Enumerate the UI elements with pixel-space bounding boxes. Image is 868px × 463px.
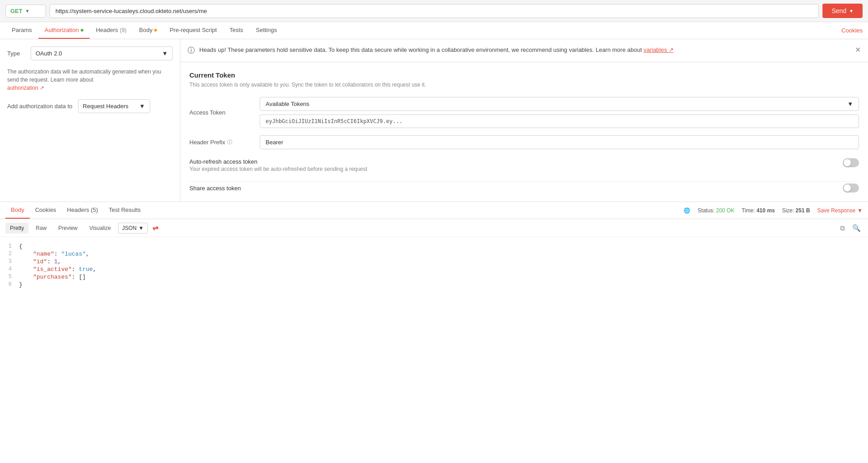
tab-headers-label: Headers: [96, 27, 118, 33]
tab-body[interactable]: Body: [133, 22, 164, 39]
alert-banner: ⓘ Heads up! These parameters hold sensit…: [180, 39, 868, 62]
tab-body-label: Body: [139, 27, 153, 33]
auto-refresh-toggle[interactable]: [843, 158, 859, 167]
tab-tests[interactable]: Tests: [223, 22, 249, 39]
access-token-controls: Available Tokens ▼ eyJhbGciOiJIUzI1NiIsI…: [260, 97, 859, 128]
format-visualize[interactable]: Visualize: [85, 223, 115, 234]
access-token-label: Access Token: [189, 109, 253, 116]
tab-params-label: Params: [12, 27, 32, 33]
add-auth-value: Request Headers: [83, 103, 129, 110]
add-auth-label: Add authorization data to: [7, 103, 73, 110]
search-button[interactable]: 🔍: [850, 222, 863, 234]
variables-link[interactable]: variables ↗: [643, 46, 674, 53]
response-tab-headers[interactable]: Headers (5): [62, 202, 104, 219]
language-chevron-icon: ▼: [138, 225, 144, 231]
type-chevron-icon: ▼: [162, 50, 168, 57]
method-label: GET: [10, 8, 23, 14]
upper-section: Type OAuth 2.0 ▼ The authorization data …: [0, 39, 868, 202]
current-token-subtitle: This access token is only available to y…: [189, 82, 859, 88]
status-value: 200 OK: [716, 207, 735, 214]
tab-authorization[interactable]: Authorization: [38, 22, 90, 39]
header-prefix-row: Header Prefix ⓘ: [189, 135, 859, 149]
save-response-button[interactable]: Save Response ▼: [817, 207, 863, 214]
auto-refresh-title: Auto-refresh access token: [189, 158, 836, 165]
save-response-chevron-icon: ▼: [857, 207, 863, 214]
auto-refresh-desc: Your expired access token will be auto-r…: [189, 166, 836, 172]
response-tab-body[interactable]: Body: [5, 202, 30, 219]
alert-text: Heads up! These parameters hold sensitiv…: [199, 46, 850, 55]
headers-count: (9): [120, 27, 127, 33]
add-auth-row: Add authorization data to Request Header…: [7, 99, 173, 113]
tab-prerequest-label: Pre-request Script: [170, 27, 217, 33]
tab-tests-label: Tests: [230, 27, 243, 33]
available-tokens-dropdown[interactable]: Available Tokens ▼: [260, 97, 859, 111]
code-actions: ⧉ 🔍: [838, 222, 863, 234]
globe-icon: 🌐: [684, 207, 690, 214]
auto-refresh-row: Auto-refresh access token Your expired a…: [189, 156, 859, 172]
cookies-link[interactable]: Cookies: [841, 27, 863, 34]
share-token-row: Share access token: [189, 181, 859, 193]
type-select[interactable]: OAuth 2.0 ▼: [31, 46, 173, 60]
size-value: 251 B: [795, 207, 810, 214]
language-select[interactable]: JSON ▼: [118, 223, 148, 234]
code-toolbar: Pretty Raw Preview Visualize JSON ▼ ⇌ ⧉ …: [0, 219, 868, 237]
info-icon: ⓘ: [188, 46, 195, 55]
close-icon[interactable]: ✕: [855, 46, 861, 54]
type-value: OAuth 2.0: [36, 50, 62, 57]
send-button[interactable]: Send ▼: [822, 4, 863, 18]
format-raw[interactable]: Raw: [31, 223, 51, 234]
body-dot: [154, 29, 157, 32]
authorization-link[interactable]: authorization ↗: [7, 85, 44, 91]
send-chevron-icon: ▼: [849, 9, 854, 14]
url-input[interactable]: [50, 4, 819, 18]
share-token-label: Share access token: [189, 185, 836, 192]
top-bar: GET ▼ Send ▼: [0, 0, 868, 22]
tab-settings-label: Settings: [256, 27, 277, 33]
response-tabs: Body Cookies Headers (5) Test Results 🌐 …: [0, 202, 868, 219]
time-value: 410 ms: [757, 207, 775, 214]
header-prefix-info-icon: ⓘ: [227, 139, 232, 146]
response-tab-test-results[interactable]: Test Results: [103, 202, 146, 219]
header-prefix-label: Header Prefix ⓘ: [189, 139, 253, 146]
type-row: Type OAuth 2.0 ▼: [7, 46, 173, 60]
tab-settings[interactable]: Settings: [249, 22, 283, 39]
share-token-toggle[interactable]: [843, 183, 859, 193]
app-layout: GET ▼ Send ▼ Params Authorization Header…: [0, 0, 868, 463]
response-tab-cookies[interactable]: Cookies: [30, 202, 62, 219]
tab-headers[interactable]: Headers (9): [90, 22, 133, 39]
auth-form: Current Token This access token is only …: [180, 62, 868, 202]
wrap-button[interactable]: ⇌: [151, 222, 160, 234]
method-select[interactable]: GET ▼: [5, 5, 46, 18]
token-value-display: eyJhbGciOiJIUzI1NiIsInR5cCI6IkpXVCJ9.ey.…: [260, 115, 859, 128]
access-token-row: Access Token Available Tokens ▼ eyJhbGci…: [189, 97, 859, 128]
send-label: Send: [831, 7, 846, 14]
left-panel: Type OAuth 2.0 ▼ The authorization data …: [0, 39, 180, 202]
code-line-5: 5 "purchases": []: [0, 273, 868, 281]
header-prefix-controls: [260, 135, 859, 149]
header-prefix-input[interactable]: [260, 135, 859, 149]
tab-params[interactable]: Params: [5, 22, 38, 39]
authorization-dot: [81, 29, 83, 32]
response-section: Body Cookies Headers (5) Test Results 🌐 …: [0, 202, 868, 463]
code-block: 1 { 2 "name": "lucas", 3 "id": 1, 4 "is: [0, 237, 868, 294]
size-label: Size: 251 B: [782, 207, 810, 214]
tab-prerequest[interactable]: Pre-request Script: [163, 22, 223, 39]
available-tokens-label: Available Tokens: [266, 101, 309, 107]
tab-authorization-label: Authorization: [45, 27, 79, 33]
code-line-2: 2 "name": "lucas",: [0, 250, 868, 258]
method-chevron-icon: ▼: [25, 9, 30, 14]
right-panel: ⓘ Heads up! These parameters hold sensit…: [180, 39, 868, 202]
code-line-1: 1 {: [0, 243, 868, 250]
format-pretty[interactable]: Pretty: [5, 223, 28, 234]
add-auth-select[interactable]: Request Headers ▼: [78, 99, 150, 113]
request-tabs: Params Authorization Headers (9) Body Pr…: [0, 22, 868, 39]
copy-button[interactable]: ⧉: [838, 222, 847, 234]
code-line-4: 4 "is_active": true,: [0, 266, 868, 273]
auto-refresh-content: Auto-refresh access token Your expired a…: [189, 158, 836, 172]
response-status: 🌐 Status: 200 OK Time: 410 ms Size: 251 …: [684, 207, 863, 214]
code-line-3: 3 "id": 1,: [0, 258, 868, 266]
current-token-title: Current Token: [189, 71, 859, 79]
code-line-6: 6 }: [0, 281, 868, 289]
status-label: Status: 200 OK: [698, 207, 734, 214]
format-preview[interactable]: Preview: [54, 223, 82, 234]
